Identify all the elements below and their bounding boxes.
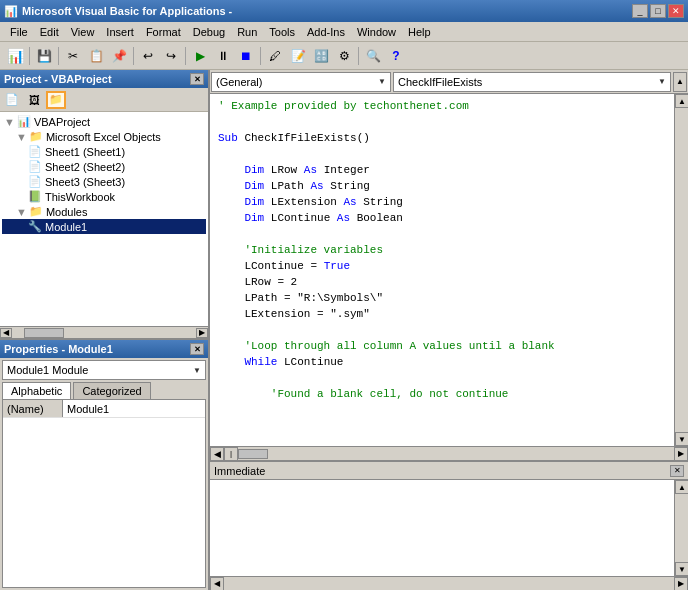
code-hscroll-right[interactable]: ▶ (674, 447, 688, 461)
code-proc-dropdown[interactable]: CheckIfFileExists ▼ (393, 72, 671, 92)
project-view-code[interactable]: 📄 (2, 91, 22, 109)
props-val-name[interactable]: Module1 (63, 403, 205, 415)
tab-categorized[interactable]: Categorized (73, 382, 150, 399)
code-line-lcontinue: LContinue = True (218, 258, 666, 274)
code-editor-text[interactable]: ' Example provided by techonthenet.com S… (210, 94, 674, 446)
code-line-comment3: 'Found a blank cell, do not continue (218, 386, 666, 402)
immediate-scrollbar-v[interactable]: ▲ ▼ (674, 480, 688, 576)
menu-addins[interactable]: Add-Ins (301, 24, 351, 40)
toolbar-separator-5 (260, 47, 261, 65)
code-vscroll-track[interactable] (675, 108, 688, 432)
maximize-button[interactable]: □ (650, 4, 666, 18)
scroll-left-btn[interactable]: ◀ (0, 328, 12, 338)
toolbar-excel-icon[interactable]: 📊 (4, 45, 26, 67)
toolbar-class[interactable]: 🔠 (310, 45, 332, 67)
properties-title-bar: Properties - Module1 ✕ (0, 340, 208, 358)
vbaproject-icon: 📊 (17, 115, 31, 128)
menu-view[interactable]: View (65, 24, 101, 40)
toolbar-module[interactable]: 📝 (287, 45, 309, 67)
code-hscroll-left[interactable]: ◀ (210, 447, 224, 461)
code-scrollbar-v[interactable]: ▲ ▼ (674, 94, 688, 446)
code-line-blank-4 (218, 322, 666, 338)
title-bar-buttons: _ □ ✕ (632, 4, 684, 18)
menu-file[interactable]: File (4, 24, 34, 40)
toolbar-procedure[interactable]: ⚙ (333, 45, 355, 67)
tree-item-sheet2[interactable]: 📄 Sheet2 (Sheet2) (2, 159, 206, 174)
toolbar-save[interactable]: 💾 (33, 45, 55, 67)
properties-close-button[interactable]: ✕ (190, 343, 204, 355)
code-hscroll-thumb[interactable] (238, 449, 268, 459)
project-window: Project - VBAProject ✕ 📄 🖼 📁 ▼ 📊 VBAProj… (0, 70, 208, 340)
toolbar-run[interactable]: ▶ (189, 45, 211, 67)
project-title-text: Project - VBAProject (4, 73, 112, 85)
toolbar-userform[interactable]: 🖊 (264, 45, 286, 67)
left-panel: Project - VBAProject ✕ 📄 🖼 📁 ▼ 📊 VBAProj… (0, 70, 210, 590)
code-scrollbar-h[interactable]: ◀ | ▶ (210, 446, 688, 460)
close-button[interactable]: ✕ (668, 4, 684, 18)
immediate-scrollbar-h[interactable]: ◀ ▶ (210, 576, 688, 590)
title-bar: 📊 Microsoft Visual Basic for Application… (0, 0, 688, 22)
tree-item-sheet1[interactable]: 📄 Sheet1 (Sheet1) (2, 144, 206, 159)
imm-scroll-down[interactable]: ▼ (675, 562, 688, 576)
project-close-button[interactable]: ✕ (190, 73, 204, 85)
immediate-close-button[interactable]: ✕ (670, 465, 684, 477)
menu-debug[interactable]: Debug (187, 24, 231, 40)
code-scroll-up[interactable]: ▲ (673, 72, 687, 92)
project-title-bar: Project - VBAProject ✕ (0, 70, 208, 88)
main-container: Project - VBAProject ✕ 📄 🖼 📁 ▼ 📊 VBAProj… (0, 70, 688, 590)
project-view-object[interactable]: 🖼 (24, 91, 44, 109)
properties-dropdown[interactable]: Module1 Module ▼ (2, 360, 206, 380)
menu-run[interactable]: Run (231, 24, 263, 40)
tree-item-thisworkbook[interactable]: 📗 ThisWorkbook (2, 189, 206, 204)
toolbar-cut[interactable]: ✂ (62, 45, 84, 67)
menu-edit[interactable]: Edit (34, 24, 65, 40)
tree-item-modules[interactable]: ▼ 📁 Modules (2, 204, 206, 219)
toolbar-redo[interactable]: ↪ (160, 45, 182, 67)
toolbar-stop[interactable]: ⏹ (235, 45, 257, 67)
code-proc-value: CheckIfFileExists (398, 76, 482, 88)
tree-item-vbaproject[interactable]: ▼ 📊 VBAProject (2, 114, 206, 129)
scroll-right-btn[interactable]: ▶ (196, 328, 208, 338)
imm-hscroll-left[interactable]: ◀ (210, 577, 224, 591)
imm-hscroll-right[interactable]: ▶ (674, 577, 688, 591)
menu-help[interactable]: Help (402, 24, 437, 40)
code-vscroll-up[interactable]: ▲ (675, 94, 688, 108)
vbaproject-label: VBAProject (34, 116, 90, 128)
tree-item-sheet3[interactable]: 📄 Sheet3 (Sheet3) (2, 174, 206, 189)
app-icon: 📊 (4, 5, 18, 18)
immediate-editor[interactable] (210, 480, 674, 576)
tree-item-module1[interactable]: 🔧 Module1 (2, 219, 206, 234)
properties-table: (Name) Module1 (2, 399, 206, 588)
toolbar-undo[interactable]: ↩ (137, 45, 159, 67)
excel-objects-label: Microsoft Excel Objects (46, 131, 161, 143)
toolbar-help[interactable]: ? (385, 45, 407, 67)
properties-content: Module1 Module ▼ Alphabetic Categorized … (0, 358, 208, 590)
imm-scroll-track (675, 494, 688, 562)
code-line-dim3: Dim LExtension As String (218, 194, 666, 210)
tab-alphabetic[interactable]: Alphabetic (2, 382, 71, 400)
toolbar-objectbrowser[interactable]: 🔍 (362, 45, 384, 67)
tree-item-excel-objects[interactable]: ▼ 📁 Microsoft Excel Objects (2, 129, 206, 144)
toolbar-pause[interactable]: ⏸ (212, 45, 234, 67)
project-toggle-folders[interactable]: 📁 (46, 91, 66, 109)
minimize-button[interactable]: _ (632, 4, 648, 18)
toolbar-paste[interactable]: 📌 (108, 45, 130, 67)
scroll-thumb-h[interactable] (24, 328, 64, 338)
code-line-blank-5 (218, 370, 666, 386)
menu-insert[interactable]: Insert (100, 24, 140, 40)
sheet2-label: Sheet2 (Sheet2) (45, 161, 125, 173)
code-vscroll-down[interactable]: ▼ (675, 432, 688, 446)
code-line-dim1: Dim LRow As Integer (218, 162, 666, 178)
code-view-toggle[interactable]: | (224, 447, 238, 461)
sheet3-icon: 📄 (28, 175, 42, 188)
menu-window[interactable]: Window (351, 24, 402, 40)
code-line-comment2: 'Loop through all column A values until … (218, 338, 666, 354)
project-scrollbar-h[interactable]: ◀ ▶ (0, 326, 208, 338)
toolbar-separator-2 (58, 47, 59, 65)
menu-format[interactable]: Format (140, 24, 187, 40)
imm-scroll-up[interactable]: ▲ (675, 480, 688, 494)
sheet1-icon: 📄 (28, 145, 42, 158)
menu-tools[interactable]: Tools (263, 24, 301, 40)
code-general-dropdown[interactable]: (General) ▼ (211, 72, 391, 92)
toolbar-copy[interactable]: 📋 (85, 45, 107, 67)
